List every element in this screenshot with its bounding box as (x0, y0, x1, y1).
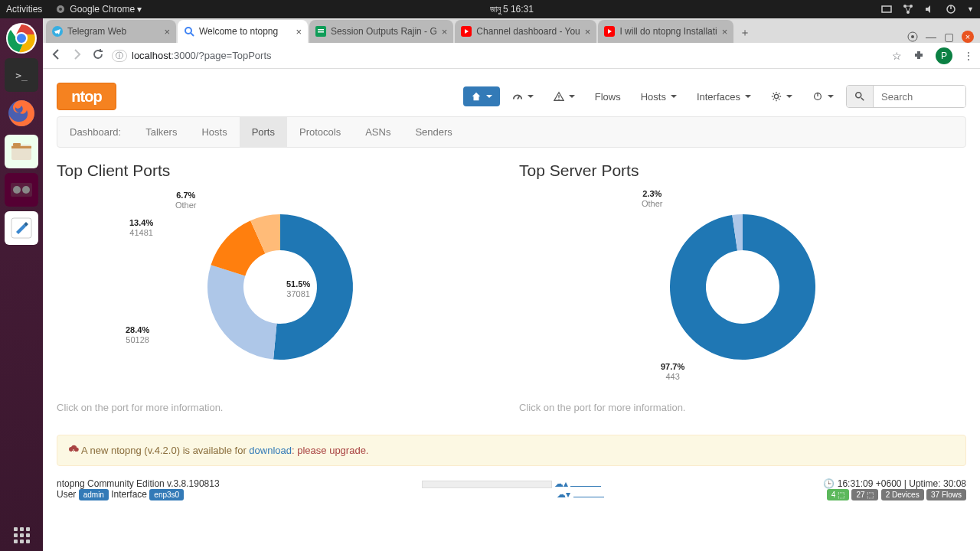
home-button[interactable] (463, 86, 500, 106)
client-ports-chart[interactable]: 51.5%3708128.4%5012813.4%414816.7%Other (57, 187, 504, 394)
site-info-icon[interactable]: ⓘ (112, 50, 127, 62)
dock-chrome[interactable] (6, 23, 37, 54)
client-ports-title: Top Client Ports (57, 161, 504, 180)
svg-line-29 (518, 96, 520, 99)
svg-line-36 (861, 98, 864, 101)
logout-dropdown[interactable] (805, 86, 841, 106)
subnav-protocols[interactable]: Protocols (287, 117, 353, 147)
close-icon[interactable]: × (722, 26, 728, 37)
svg-point-17 (22, 186, 30, 194)
address-bar: ⓘ localhost:3000/?page=TopPorts ☆ P ⋮ (43, 43, 980, 69)
settings-dropdown[interactable] (763, 86, 800, 106)
upgrade-alert: A new ntopng (v.4.2.0) is available for … (57, 435, 966, 466)
chrome-icon (56, 5, 65, 14)
dock-files[interactable] (5, 135, 38, 168)
subnav-talkers[interactable]: Talkers (133, 117, 189, 147)
tab-sheets[interactable]: Session Outputs Rajin - G × (309, 20, 453, 43)
cloud-download-icon (68, 445, 79, 455)
tab-bar: Telegram Web × Welcome to ntopng × Sessi… (43, 18, 980, 43)
power-icon (812, 91, 823, 102)
svg-point-28 (911, 35, 914, 38)
dock-show-apps[interactable] (14, 527, 30, 543)
new-tab-button[interactable]: ＋ (735, 23, 755, 43)
svg-point-35 (856, 93, 861, 98)
subnav-senders[interactable]: Senders (403, 117, 464, 147)
clock-icon: 🕒 (823, 478, 835, 489)
svg-rect-2 (882, 6, 891, 12)
subnav-asns[interactable]: ASNs (353, 117, 403, 147)
slice-label: 13.4%41481 (129, 218, 153, 238)
menu-icon[interactable]: ⋮ (963, 50, 974, 62)
close-icon[interactable]: × (442, 26, 448, 37)
subnav-dashboard[interactable]: Dashboard: (57, 117, 133, 147)
forward-button[interactable] (70, 47, 84, 64)
hosts-dropdown[interactable]: Hosts (633, 86, 684, 107)
close-icon[interactable]: × (164, 26, 170, 37)
app-menu[interactable]: Google Chrome ▾ (56, 4, 142, 15)
dock-editor[interactable] (5, 211, 38, 245)
chart-hint: Click on the port for more information. (519, 402, 966, 413)
omnibox[interactable]: ⓘ localhost:3000/?page=TopPorts (112, 50, 884, 62)
edition-label: ntopng Community Edition v.3.8.190813 (57, 478, 360, 489)
subnav-hosts[interactable]: Hosts (189, 117, 239, 147)
sheets-icon (315, 26, 326, 37)
dock-recorder[interactable] (5, 173, 38, 207)
interface-badge[interactable]: enp3s0 (149, 489, 184, 500)
power-icon[interactable] (946, 4, 956, 15)
activities-button[interactable]: Activities (6, 4, 42, 15)
os-top-bar: Activities Google Chrome ▾ জানু 5 16:31 … (0, 0, 980, 18)
ubuntu-dock: >_ (0, 18, 43, 551)
sub-nav: Dashboard:TalkersHostsPortsProtocolsASNs… (57, 116, 966, 148)
os-clock: জানু 5 16:31 (142, 4, 881, 15)
dock-firefox[interactable] (5, 96, 38, 130)
tab-ntopng[interactable]: Welcome to ntopng × (178, 20, 308, 43)
tab-yt2[interactable]: I will do ntopng Installati × (598, 20, 733, 43)
ntop-logo[interactable]: ntop (57, 83, 116, 110)
slice-label: 6.7%Other (175, 191, 197, 210)
svg-point-16 (13, 186, 21, 194)
chevron-down-icon[interactable]: ▼ (967, 5, 974, 13)
flows-badge[interactable]: 37 Flows (926, 489, 966, 500)
network-icon[interactable] (903, 4, 913, 15)
interfaces-dropdown[interactable]: Interfaces (689, 86, 759, 107)
macs-badge[interactable]: 27 ⬚ (851, 489, 878, 500)
flows-link[interactable]: Flows (587, 86, 629, 107)
devices-badge[interactable]: 2 Devices (881, 489, 924, 500)
slice-label: 51.5%37081 (286, 279, 310, 299)
close-icon[interactable]: × (296, 26, 302, 37)
svg-point-31 (558, 99, 559, 99)
volume-icon[interactable] (924, 4, 935, 15)
uptime-label: 16:31:09 +0600 | Uptime: 30:08 (838, 478, 966, 489)
back-button[interactable] (49, 47, 63, 64)
youtube-icon (461, 26, 472, 37)
dock-terminal[interactable]: >_ (5, 58, 38, 92)
subnav-ports[interactable]: Ports (240, 117, 287, 147)
bookmark-icon[interactable]: ☆ (892, 50, 902, 62)
close-icon[interactable]: × (585, 26, 591, 37)
search-input[interactable] (874, 86, 965, 107)
tab-yt1[interactable]: Channel dashboard - You × (455, 20, 596, 43)
svg-point-1 (59, 8, 62, 11)
search-group (846, 85, 966, 108)
user-badge[interactable]: admin (79, 489, 109, 500)
slice-label: 2.3%Other (642, 189, 663, 209)
reload-button[interactable] (92, 48, 104, 63)
download-link[interactable]: download (249, 445, 292, 456)
profile-avatar[interactable]: P (936, 47, 952, 64)
screencast-icon[interactable] (881, 4, 892, 15)
tab-telegram[interactable]: Telegram Web × (46, 20, 176, 43)
minimize-button[interactable]: — (926, 31, 936, 43)
svg-rect-14 (13, 143, 21, 146)
search-button[interactable] (847, 86, 874, 107)
traffic-bar (422, 481, 552, 488)
slice-label: 97.7%443 (661, 362, 684, 382)
shield-icon[interactable] (907, 31, 918, 42)
close-window-button[interactable]: × (962, 31, 974, 43)
maximize-button[interactable]: ▢ (944, 31, 954, 43)
dashboard-dropdown[interactable] (505, 86, 541, 106)
server-ports-chart[interactable]: 97.7%4432.3%Other (519, 187, 966, 394)
search-icon (854, 91, 865, 102)
alerts-dropdown[interactable] (546, 86, 583, 106)
extensions-icon[interactable] (913, 50, 925, 62)
hosts-badge[interactable]: 4 ⬚ (827, 489, 849, 500)
